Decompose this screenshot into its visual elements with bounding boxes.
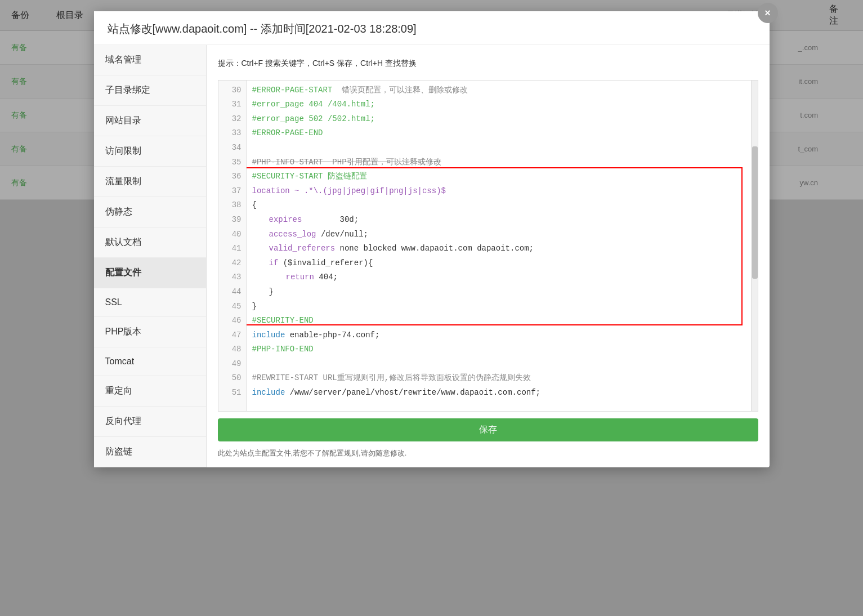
sidebar-item-rewrite[interactable]: 伪静态 <box>94 197 206 227</box>
modal-title: 站点修改[www.dapaoit.com] -- 添加时间[2021-02-03… <box>94 11 770 45</box>
code-editor[interactable]: 30 31 32 33 34 35 36 37 38 39 40 41 42 4… <box>218 80 758 412</box>
close-button[interactable]: × <box>758 3 778 23</box>
modal-overlay: × 站点修改[www.dapaoit.com] -- 添加时间[2021-02-… <box>0 0 863 616</box>
sidebar-item-redirect[interactable]: 重定向 <box>94 376 206 407</box>
code-text[interactable]: #ERROR-PAGE-START 错误页配置，可以注释、删除或修改 #erro… <box>247 81 751 411</box>
code-line-43: return 404; <box>252 270 751 285</box>
scrollbar-thumb[interactable] <box>752 146 758 279</box>
hint-bar: 提示：Ctrl+F 搜索关键字，Ctrl+S 保存，Ctrl+H 查找替换 <box>218 54 758 73</box>
code-line-34 <box>252 140 751 155</box>
code-line-35: #PHP-INFO-START PHP引用配置，可以注释或修改 <box>252 155 751 169</box>
code-line-33: #ERROR-PAGE-END <box>252 126 751 141</box>
sidebar-item-php[interactable]: PHP版本 <box>94 317 206 347</box>
code-line-32: #error_page 502 /502.html; <box>252 111 751 126</box>
code-line-38: { <box>252 198 751 213</box>
code-line-46: #SECURITY-END <box>252 314 751 328</box>
code-line-30: #ERROR-PAGE-START 错误页配置，可以注释、删除或修改 <box>252 83 751 97</box>
sidebar-item-tomcat[interactable]: Tomcat <box>94 347 206 376</box>
modal-dialog: × 站点修改[www.dapaoit.com] -- 添加时间[2021-02-… <box>94 11 770 467</box>
line-numbers: 30 31 32 33 34 35 36 37 38 39 40 41 42 4… <box>218 81 247 411</box>
code-line-48: #PHP-INFO-END <box>252 342 751 357</box>
sidebar-item-subdir[interactable]: 子目录绑定 <box>94 75 206 106</box>
code-line-49 <box>252 356 751 371</box>
code-line-37: location ~ .*\.(jpg|jpeg|gif|png|js|css)… <box>252 184 751 198</box>
code-line-36: #SECURITY-START 防盗链配置 <box>252 169 751 184</box>
main-content: 提示：Ctrl+F 搜索关键字，Ctrl+S 保存，Ctrl+H 查找替换 30… <box>207 45 770 467</box>
code-line-45: } <box>252 299 751 314</box>
sidebar-item-hotlink[interactable]: 防盗链 <box>94 437 206 467</box>
code-line-39: expires 30d; <box>252 212 751 227</box>
sidebar-item-ssl[interactable]: SSL <box>94 288 206 317</box>
sidebar-item-default-doc[interactable]: 默认文档 <box>94 227 206 258</box>
scrollbar[interactable] <box>751 81 758 411</box>
sidebar-item-proxy[interactable]: 反向代理 <box>94 407 206 437</box>
code-line-47: include enable-php-74.conf; <box>252 328 751 342</box>
code-line-42: if ($invalid_referer){ <box>252 256 751 270</box>
sidebar: 域名管理 子目录绑定 网站目录 访问限制 流量限制 伪静态 默认 <box>94 45 207 467</box>
sidebar-item-access[interactable]: 访问限制 <box>94 136 206 167</box>
code-line-40: access_log /dev/null; <box>252 227 751 242</box>
save-button[interactable]: 保存 <box>218 418 758 441</box>
code-line-50: #REWRITE-START URL重写规则引用,修改后将导致面板设置的伪静态规… <box>252 371 751 386</box>
sidebar-item-traffic[interactable]: 流量限制 <box>94 167 206 197</box>
code-line-31: #error_page 404 /404.html; <box>252 97 751 112</box>
code-line-41: valid_referers none blocked www.dapaoit.… <box>252 242 751 256</box>
sidebar-item-webroot[interactable]: 网站目录 <box>94 106 206 136</box>
code-line-44: } <box>252 284 751 299</box>
code-line-51: include /www/server/panel/vhost/rewrite/… <box>252 385 751 400</box>
footer-note: 此处为站点主配置文件,若您不了解配置规则,请勿随意修改. <box>218 448 758 458</box>
sidebar-item-config[interactable]: 配置文件 <box>94 258 206 288</box>
sidebar-item-domain[interactable]: 域名管理 <box>94 45 206 75</box>
modal-body: 域名管理 子目录绑定 网站目录 访问限制 流量限制 伪静态 默认 <box>94 45 770 467</box>
